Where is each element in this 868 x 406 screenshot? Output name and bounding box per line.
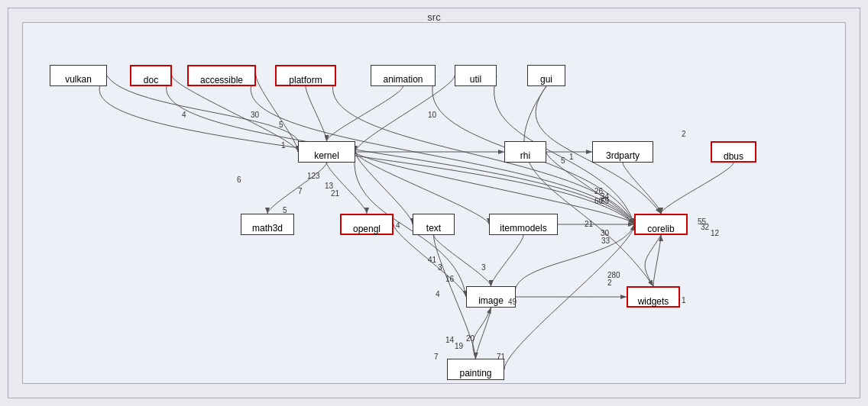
edge-label-19: 7 <box>434 353 439 361</box>
node-kernel: kernel <box>298 141 355 163</box>
node-painting: painting <box>447 359 504 380</box>
edge-label-16: 16 <box>445 275 454 283</box>
node-dbus: dbus <box>711 141 756 163</box>
edge-label-7: 6 <box>237 176 241 184</box>
edge-label-10: 21 <box>331 189 339 198</box>
edge-label-21: 19 <box>455 342 463 350</box>
edge-label-1: 30 <box>251 111 259 119</box>
edge-label-30: 33 <box>601 237 610 245</box>
edge-label-23: 71 <box>497 353 505 361</box>
node-itemmodels: itemmodels <box>489 214 558 235</box>
edge-label-15: 3 <box>481 263 486 272</box>
node-doc: doc <box>130 65 172 86</box>
node-util: util <box>455 65 497 86</box>
edge-label-9: 7 <box>298 187 303 195</box>
edge-label-20: 14 <box>445 336 454 344</box>
edge-label-27: 32 <box>701 223 709 231</box>
edge-label-0: 4 <box>182 111 186 119</box>
edge-label-4: 2 <box>682 130 686 138</box>
diagram-container: src vulkandocaccessibleplatformanimation… <box>8 8 860 398</box>
edge-label-38: 69 <box>601 197 609 205</box>
edge-label-12: 4 <box>396 221 400 230</box>
node-rhi: rhi <box>504 141 546 163</box>
edge-label-6: 123 <box>307 172 320 180</box>
edge-label-3: 10 <box>428 111 436 119</box>
node-platform: platform <box>275 65 336 86</box>
node-animation: animation <box>371 65 436 86</box>
edge-label-2: 5 <box>279 121 283 129</box>
node-text: text <box>413 214 455 235</box>
diagram-inner: vulkandocaccessibleplatformanimationutil… <box>22 22 846 384</box>
node-gui: gui <box>527 65 565 86</box>
node-corelib: corelib <box>634 214 688 235</box>
edge-label-13: 41 <box>428 256 436 264</box>
edge-label-17: 49 <box>508 298 517 306</box>
edge-label-26: 12 <box>711 229 719 237</box>
edge-label-5: 1 <box>281 141 286 150</box>
node-math3d: math3d <box>241 214 294 235</box>
node-accessible: accessible <box>187 65 256 86</box>
edge-label-33: 1 <box>569 153 574 161</box>
edge-label-28: 21 <box>585 220 593 228</box>
edge-label-34: 5 <box>561 156 565 165</box>
edge-label-14: 3 <box>438 263 442 272</box>
edge-label-32: 2 <box>607 279 612 287</box>
edge-label-24: 1 <box>682 296 686 304</box>
edge-label-18: 4 <box>436 290 440 298</box>
edge-label-22: 20 <box>466 334 474 343</box>
node-opengl: opengl <box>340 214 394 235</box>
node-widgets: widgets <box>627 286 680 308</box>
edge-label-11: 5 <box>283 206 287 214</box>
node-3rdparty: 3rdparty <box>592 141 653 163</box>
node-vulkan: vulkan <box>50 65 107 86</box>
